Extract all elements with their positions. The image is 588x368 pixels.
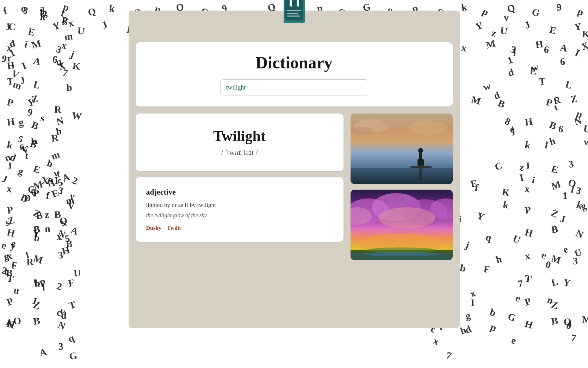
svg-rect-16 <box>421 159 424 166</box>
svg-rect-4 <box>287 10 301 11</box>
header-card: Dictionary <box>136 42 453 106</box>
word-part-of-speech: adjective <box>146 188 333 197</box>
app-logo-icon <box>282 0 307 25</box>
word-card: Twilight / ˈtwaɪˌlaɪt / <box>136 114 343 171</box>
synonym-tag-2[interactable]: Twilit <box>167 225 181 231</box>
logo-area <box>129 0 460 25</box>
definition-card: adjective lighted by or as if by twiligh… <box>136 177 343 242</box>
svg-rect-12 <box>351 168 453 184</box>
svg-rect-6 <box>287 16 300 17</box>
search-input[interactable] <box>220 79 368 96</box>
left-column: Twilight / ˈtwaɪˌlaɪt / adjective lighte… <box>136 114 343 260</box>
page-title: Dictionary <box>150 53 439 72</box>
twilight-image-2 <box>351 190 453 260</box>
svg-rect-15 <box>417 159 421 166</box>
right-column <box>351 114 453 260</box>
twilight-image-1 <box>351 114 453 184</box>
synonyms-list: Dusky Twilit <box>146 225 333 231</box>
svg-point-26 <box>379 207 435 228</box>
app-panel: Dictionary Twilight / ˈtwaɪˌlaɪt / adjec… <box>129 11 460 328</box>
word-definition: lighted by or as if by twilight <box>146 202 333 209</box>
svg-point-10 <box>409 121 447 135</box>
content-area: Twilight / ˈtwaɪˌlaɪt / adjective lighte… <box>136 114 453 260</box>
svg-rect-18 <box>419 170 422 180</box>
svg-point-31 <box>363 252 440 256</box>
word-title: Twilight <box>146 128 333 145</box>
word-example: the twilight glow of the sky <box>146 212 333 219</box>
svg-point-19 <box>419 167 423 171</box>
word-phonetic: / ˈtwaɪˌlaɪt / <box>146 148 333 157</box>
svg-point-14 <box>418 148 423 153</box>
svg-rect-5 <box>287 13 298 14</box>
synonym-tag-1[interactable]: Dusky <box>146 225 162 231</box>
